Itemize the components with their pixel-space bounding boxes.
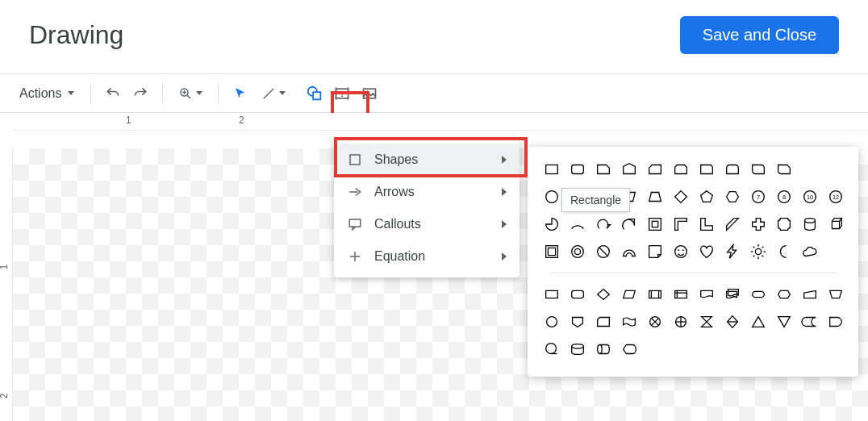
shape-snip-round-single[interactable] [771,156,797,182]
shape-arc[interactable] [565,211,590,237]
ruler-mark: 2 [0,394,10,399]
image-tool[interactable] [356,80,383,107]
shape-no-symbol[interactable] [590,239,616,265]
shape-flowchart-sort[interactable] [720,309,745,335]
textbox-tool[interactable]: T [328,80,356,107]
shape-flowchart-connector[interactable] [539,309,565,335]
shape-flowchart-display[interactable] [616,336,642,362]
shape-trapezoid[interactable] [642,184,668,210]
shape-heart[interactable] [694,239,720,265]
shape-flowchart-data[interactable] [616,281,642,307]
shape-flowchart-collate[interactable] [694,309,720,335]
shape-pentagon[interactable] [694,184,720,210]
shape-round-diagonal[interactable] [745,156,771,182]
save-and-close-button[interactable]: Save and Close [680,16,839,54]
shape-cloud[interactable] [797,239,823,265]
shape-snip-single-corner[interactable] [590,156,616,182]
shape-rectangle[interactable] [539,156,565,182]
shape-flowchart-process[interactable] [539,281,565,307]
shape-flowchart-terminator[interactable] [745,281,771,307]
shape-round-single-corner[interactable] [694,156,720,182]
caret-down-icon [279,91,286,95]
shape-flowchart-merge[interactable] [771,309,797,335]
svg-text:12: 12 [833,194,839,201]
shape-flowchart-preparation[interactable] [771,281,797,307]
shape-can[interactable] [797,211,823,237]
menu-item-shapes[interactable]: Shapes [334,144,520,176]
shape-sun[interactable] [745,239,771,265]
shape-moon[interactable] [771,239,797,265]
shape-icon [306,85,323,102]
shape-flowchart-or[interactable] [668,309,694,335]
shape-bevel[interactable] [539,239,565,265]
shape-dodecagon[interactable]: 12 [823,184,849,210]
shape-flowchart-multidocument[interactable] [720,281,745,307]
shape-half-frame[interactable] [668,211,694,237]
undo-button[interactable] [99,80,127,107]
shape-flowchart-magnetic-disk[interactable] [565,336,590,362]
shape-tool[interactable] [301,80,328,107]
svg-line-39 [599,248,608,256]
shape-smiley[interactable] [668,239,694,265]
shape-frame[interactable] [642,211,668,237]
svg-text:10: 10 [807,194,813,201]
shape-hexagon[interactable] [720,184,745,210]
shape-flowchart-predefined[interactable] [642,281,668,307]
shape-flowchart-tape[interactable] [616,309,642,335]
shape-flowchart-offpage[interactable] [565,309,590,335]
shape-snip-same-side[interactable] [668,156,694,182]
svg-rect-15 [350,155,360,165]
shape-cross[interactable] [745,211,771,237]
svg-rect-52 [546,290,558,298]
shape-flowchart-manual-input[interactable] [797,281,823,307]
shape-l-shape[interactable] [694,211,720,237]
zoom-button[interactable] [171,80,210,107]
svg-line-48 [753,247,755,248]
shape-diagonal-stripe[interactable] [720,211,745,237]
svg-rect-32 [652,221,657,227]
shape-flowchart-delay[interactable] [823,309,849,335]
actions-menu[interactable]: Actions [11,81,82,106]
svg-point-43 [755,248,761,254]
shape-plaque[interactable] [771,211,797,237]
shape-block-arc[interactable] [616,239,642,265]
shape-flowchart-internal-storage[interactable] [668,281,694,307]
shape-flowchart-document[interactable] [694,281,720,307]
shape-flowchart-manual-operation[interactable] [823,281,849,307]
palette-divider [550,273,836,273]
menu-item-callouts[interactable]: Callouts [334,208,520,240]
shape-decagon[interactable]: 10 [797,184,823,210]
shape-rounded-rectangle[interactable] [565,156,590,182]
shape-triangle-top[interactable] [616,156,642,182]
shape-flowchart-card[interactable] [590,309,616,335]
redo-button[interactable] [127,80,154,107]
svg-point-42 [682,249,684,251]
shape-heptagon[interactable]: 7 [745,184,771,210]
shape-flowchart-direct-storage[interactable] [590,336,616,362]
shape-cube[interactable] [823,211,849,237]
shape-teardrop[interactable] [590,211,616,237]
shape-snip-diagonal[interactable] [642,156,668,182]
toolbar-separator [162,83,163,104]
shape-flowchart-summing[interactable] [642,309,668,335]
shape-pie[interactable] [539,211,565,237]
shape-round-same-side[interactable] [720,156,745,182]
line-tool[interactable] [254,80,293,107]
shape-flowchart-extract[interactable] [745,309,771,335]
shape-donut[interactable] [565,239,590,265]
select-tool[interactable] [227,80,254,107]
shape-lightning-bolt[interactable] [720,239,745,265]
menu-item-equation[interactable]: Equation [334,240,520,273]
shape-flowchart-decision[interactable] [590,281,616,307]
shape-flowchart-alternate[interactable] [565,281,590,307]
menu-item-label: Equation [374,249,425,264]
shape-teardrop-alt[interactable] [616,211,642,237]
menu-item-label: Callouts [374,217,421,231]
line-icon [261,86,276,101]
shape-flowchart-stored-data[interactable] [797,309,823,335]
shape-flowchart-seq-storage[interactable] [539,336,565,362]
shape-octagon[interactable]: 8 [771,184,797,210]
shape-diamond[interactable] [668,184,694,210]
shape-folded-corner[interactable] [642,239,668,265]
menu-item-arrows[interactable]: Arrows [334,176,520,208]
